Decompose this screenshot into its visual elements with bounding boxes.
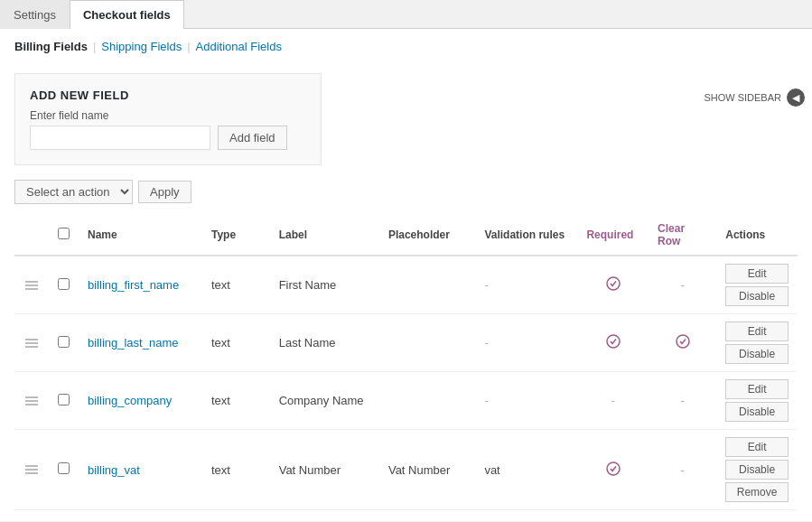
tab-settings[interactable]: Settings — [0, 0, 70, 29]
bulk-action-select[interactable]: Select an action Enable Disable Delete — [14, 180, 133, 204]
field-validation-cell: vat — [475, 430, 577, 510]
field-name-link[interactable]: billing_company — [88, 394, 172, 407]
field-type-cell: text — [202, 372, 270, 430]
required-check-icon — [606, 276, 621, 294]
field-placeholder-cell — [379, 314, 475, 372]
drag-handle[interactable] — [14, 256, 49, 314]
row-checkbox[interactable] — [58, 462, 70, 474]
svg-point-2 — [677, 335, 689, 348]
field-placeholder-cell: Vat Number — [379, 430, 475, 510]
col-header-required: Required — [577, 215, 649, 256]
select-all-checkbox[interactable] — [58, 228, 70, 239]
clearrow-dash: - — [681, 394, 685, 407]
field-validation-cell: - — [475, 256, 577, 314]
disable-button[interactable]: Disable — [725, 286, 789, 306]
col-header-drag — [14, 215, 49, 256]
field-placeholder-cell — [379, 256, 475, 314]
field-type-nav: Billing Fields | Shipping Fields | Addit… — [14, 40, 282, 53]
table-row: billing_first_name text First Name - - E… — [14, 256, 798, 314]
fields-table: Name Type Label Placeholder Validation r… — [14, 215, 798, 510]
field-name-link[interactable]: billing_vat — [88, 463, 140, 477]
field-type-cell: text — [202, 430, 270, 510]
field-actions-cell: EditDisable — [716, 372, 798, 430]
action-buttons: EditDisable — [725, 264, 789, 306]
svg-point-3 — [607, 462, 620, 475]
tab-checkout-fields[interactable]: Checkout fields — [70, 0, 184, 29]
field-name-link[interactable]: billing_last_name — [88, 336, 178, 350]
drag-handle[interactable] — [14, 430, 49, 510]
table-row: billing_vat text Vat Number Vat Number v… — [14, 430, 798, 510]
edit-button[interactable]: Edit — [725, 264, 789, 284]
field-required-cell: - — [577, 372, 649, 430]
shipping-fields-link[interactable]: Shipping Fields — [101, 40, 182, 53]
tabs-bar: Settings Checkout fields — [0, 0, 812, 29]
field-required-cell — [577, 314, 649, 372]
col-header-label: Label — [270, 215, 379, 256]
col-header-clearrow: Clear Row — [649, 215, 716, 256]
field-name-input[interactable] — [30, 126, 210, 150]
bulk-apply-button[interactable]: Apply — [138, 181, 191, 203]
field-placeholder-cell — [379, 372, 475, 430]
row-checkbox[interactable] — [58, 336, 70, 348]
edit-button[interactable]: Edit — [725, 437, 789, 457]
remove-button[interactable]: Remove — [725, 482, 789, 502]
field-clearrow-cell: - — [649, 256, 716, 314]
add-new-field-box: ADD NEW FIELD Enter field name Add field — [14, 73, 322, 165]
field-name-cell: billing_last_name — [79, 314, 202, 372]
col-header-check — [49, 215, 79, 256]
row-checkbox-cell — [49, 430, 79, 510]
col-header-name: Name — [79, 215, 202, 256]
field-label-cell: Vat Number — [270, 430, 379, 510]
field-clearrow-cell — [649, 314, 716, 372]
add-field-title: ADD NEW FIELD — [30, 89, 306, 102]
edit-button[interactable]: Edit — [725, 322, 789, 341]
col-header-validation: Validation rules — [475, 215, 577, 256]
add-field-input-label: Enter field name — [30, 109, 306, 122]
clearrow-check-icon — [676, 334, 690, 351]
field-required-cell — [577, 256, 649, 314]
additional-fields-link[interactable]: Additional Fields — [196, 40, 282, 53]
disable-button[interactable]: Disable — [725, 344, 789, 364]
row-checkbox[interactable] — [58, 394, 70, 405]
col-header-type: Type — [202, 215, 270, 256]
clearrow-dash: - — [681, 278, 685, 292]
field-validation-cell: - — [475, 314, 577, 372]
drag-handle[interactable] — [14, 372, 49, 430]
edit-button[interactable]: Edit — [725, 379, 789, 399]
table-row: billing_company text Company Name - - - … — [14, 372, 798, 430]
field-label-cell: Last Name — [270, 314, 379, 372]
sidebar-arrow-icon: ◀ — [787, 89, 805, 107]
field-actions-cell: EditDisable — [716, 314, 798, 372]
field-clearrow-cell: - — [649, 430, 716, 510]
svg-point-0 — [607, 277, 620, 290]
disable-button[interactable]: Disable — [725, 460, 789, 480]
col-header-placeholder: Placeholder — [379, 215, 475, 256]
field-required-cell — [577, 430, 649, 510]
field-label-cell: First Name — [270, 256, 379, 314]
disable-button[interactable]: Disable — [725, 402, 789, 422]
field-clearrow-cell: - — [649, 372, 716, 430]
drag-handle[interactable] — [14, 314, 49, 372]
svg-point-1 — [607, 335, 620, 348]
bulk-action-row: Select an action Enable Disable Delete A… — [14, 180, 798, 204]
required-check-icon — [606, 334, 621, 351]
row-checkbox-cell — [49, 372, 79, 430]
field-type-cell: text — [202, 256, 270, 314]
row-checkbox-cell — [49, 256, 79, 314]
row-checkbox-cell — [49, 314, 79, 372]
field-name-cell: billing_company — [79, 372, 202, 430]
field-label-cell: Company Name — [270, 372, 379, 430]
field-name-link[interactable]: billing_first_name — [88, 278, 179, 292]
show-sidebar-button[interactable]: SHOW SIDEBAR ◀ — [696, 85, 812, 110]
required-dash: - — [611, 394, 615, 407]
row-checkbox[interactable] — [58, 278, 70, 290]
action-buttons: EditDisable — [725, 379, 789, 422]
field-validation-cell: - — [475, 372, 577, 430]
main-content: Billing Fields | Shipping Fields | Addit… — [0, 29, 812, 521]
required-check-icon — [606, 461, 621, 479]
billing-fields-link[interactable]: Billing Fields — [14, 40, 88, 53]
add-field-button[interactable]: Add field — [218, 126, 287, 150]
field-type-cell: text — [202, 314, 270, 372]
field-actions-cell: EditDisableRemove — [716, 430, 798, 510]
clearrow-dash: - — [681, 463, 685, 477]
